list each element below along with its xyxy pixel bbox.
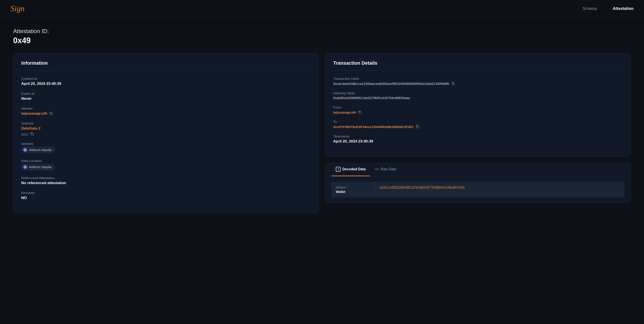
- decoded-table: address Wallet 0x5Ccc00Ed39A9B12Fb3d62AF…: [325, 176, 631, 203]
- transaction-title: Transaction Details: [333, 60, 623, 71]
- data-location-badge: A Arbitrum Sepolia: [21, 164, 55, 170]
- network-label: Network:: [21, 142, 311, 146]
- data-location-value: Arbitrum Sepolia: [29, 165, 52, 169]
- decoded-card: T Decoded Data </> Raw Data address Wall…: [325, 163, 631, 203]
- information-card: Information Created at: April 20, 2024 2…: [13, 53, 319, 213]
- tx-hash-copy-icon[interactable]: [451, 82, 455, 86]
- schema-row: Schema: DeleGate 2 0x2c: [21, 121, 311, 136]
- cards-row: Information Created at: April 20, 2024 2…: [13, 53, 631, 213]
- from-row: From: taijusanagi.eth: [333, 105, 623, 114]
- attester-value: taijusanagi.eth: [21, 111, 47, 116]
- revoked-value: NO: [21, 196, 311, 200]
- decoded-name: Wallet: [336, 190, 371, 194]
- from-copy-icon[interactable]: [358, 110, 362, 114]
- schema-copy-icon[interactable]: [30, 132, 34, 136]
- tx-hash-row: Transaction Hash: 0xcaccbae53db1ca1335ba…: [333, 77, 623, 86]
- to-inline: 0xc0797BD75cD3F34ee1CD046f03d9c85B36C2Fd…: [333, 125, 623, 129]
- data-location-icon: A: [23, 165, 27, 169]
- decoded-row-wallet: address Wallet 0x5Ccc00Ed39A9B12Fb3d62AF…: [332, 182, 624, 197]
- tab-decoded-label: Decoded Data: [342, 167, 366, 171]
- referenced-label: Referenced Attestation:: [21, 176, 311, 180]
- svg-rect-1: [31, 133, 33, 135]
- header: Sign Schema Attestation: [0, 0, 644, 17]
- from-label: From:: [333, 105, 623, 109]
- svg-rect-2: [453, 83, 455, 85]
- tab-raw-data[interactable]: </> Raw Data: [370, 163, 401, 176]
- tab-raw-icon: </>: [374, 167, 379, 171]
- created-at-label: Created at:: [21, 77, 311, 81]
- svg-rect-0: [50, 113, 52, 115]
- created-at-row: Created at: April 20, 2024 23:40:39: [21, 77, 311, 86]
- created-at-value: April 20, 2024 23:40:39: [21, 82, 311, 86]
- data-location-label: Data Location:: [21, 159, 311, 163]
- to-value: 0xc0797BD75cD3F34ee1CD046f03d9c85B36C2Fd…: [333, 125, 414, 129]
- referenced-row: Referenced Attestation: No referenced at…: [21, 176, 311, 185]
- to-label: To:: [333, 120, 623, 124]
- attester-copy-icon[interactable]: [49, 112, 53, 116]
- network-row: Network: A Arbitrum Sepolia: [21, 142, 311, 153]
- indexing-value: 0xab95e42096Ef6C18eD278f4FcA25754c96E60a…: [333, 96, 623, 100]
- svg-rect-4: [417, 126, 419, 128]
- to-row: To: 0xc0797BD75cD3F34ee1CD046f03d9c85B36…: [333, 120, 623, 129]
- attestation-id-value: 0x49: [13, 36, 631, 45]
- transaction-card: Transaction Details Transaction Hash: 0x…: [325, 53, 631, 157]
- attestation-id-label: Attestation ID:: [13, 28, 631, 35]
- information-title: Information: [21, 60, 311, 71]
- tab-decoded-data[interactable]: T Decoded Data: [332, 163, 370, 176]
- attester-inline: taijusanagi.eth: [21, 111, 311, 116]
- network-icon: A: [23, 148, 27, 152]
- schema-id: 0x2c: [21, 132, 28, 136]
- indexing-label: Indexing Value:: [333, 91, 623, 95]
- schema-name: DeleGate 2: [21, 126, 311, 131]
- attester-row: Attester: taijusanagi.eth: [21, 107, 311, 116]
- timestamp-value: April 20, 2024 23:40:39: [333, 139, 623, 144]
- schema-label: Schema:: [21, 121, 311, 125]
- tab-raw-label: Raw Data: [381, 167, 396, 171]
- timestamp-row: Timestamp: April 20, 2024 23:40:39: [333, 134, 623, 144]
- nav-attestation[interactable]: Attestation: [613, 6, 634, 11]
- from-inline: taijusanagi.eth: [333, 110, 623, 114]
- schema-id-row: 0x2c: [21, 132, 311, 136]
- tab-row: T Decoded Data </> Raw Data: [325, 163, 631, 176]
- logo: Sign: [10, 4, 24, 13]
- right-column: Transaction Details Transaction Hash: 0x…: [325, 53, 631, 203]
- nav: Schema Attestation: [582, 6, 634, 11]
- svg-rect-3: [359, 112, 361, 114]
- tx-hash-inline: 0xcaccbae53db1ca1335baeceab083ace8f03185…: [333, 82, 623, 86]
- tx-hash-value: 0xcaccbae53db1ca1335baeceab083ace8f03185…: [333, 82, 450, 86]
- expire-at-label: Expire at:: [21, 92, 311, 95]
- from-value: taijusanagi.eth: [333, 111, 356, 114]
- revoked-label: Revoked:: [21, 191, 311, 195]
- decoded-type-cell: address Wallet: [332, 182, 375, 197]
- data-location-row: Data Location: A Arbitrum Sepolia: [21, 159, 311, 170]
- network-value: Arbitrum Sepolia: [29, 148, 52, 152]
- tx-hash-label: Transaction Hash:: [333, 77, 623, 81]
- to-copy-icon[interactable]: [416, 125, 420, 129]
- attester-label: Attester:: [21, 107, 311, 110]
- decoded-type: address: [336, 186, 371, 189]
- referenced-value: No referenced attestation: [21, 181, 311, 185]
- main-content: Attestation ID: 0x49 Information Created…: [0, 17, 644, 224]
- nav-schema[interactable]: Schema: [582, 6, 597, 11]
- revoked-row: Revoked: NO: [21, 191, 311, 200]
- expire-at-value: Never: [21, 97, 311, 101]
- tab-decoded-icon: T: [336, 167, 340, 172]
- network-badge: A Arbitrum Sepolia: [21, 147, 55, 153]
- expire-at-row: Expire at: Never: [21, 92, 311, 101]
- timestamp-label: Timestamp:: [333, 134, 623, 138]
- indexing-row: Indexing Value: 0xab95e42096Ef6C18eD278f…: [333, 91, 623, 100]
- decoded-value: 0x5Ccc00Ed39A9B12Fb3d62AF7E8B84A106c8FDA…: [375, 182, 624, 197]
